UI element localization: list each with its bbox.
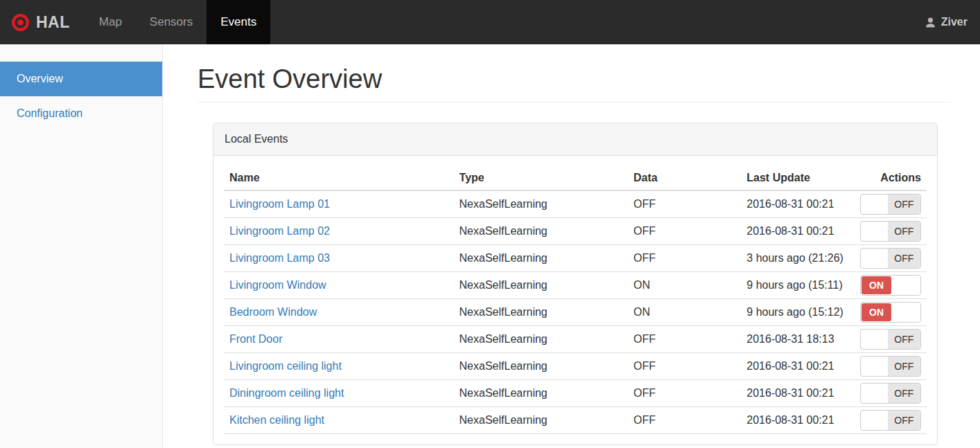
toggle-state-label: OFF xyxy=(888,195,920,214)
tab-map-label: Map xyxy=(99,15,122,29)
toggle-switch[interactable]: OFF xyxy=(860,383,921,404)
events-table: Name Type Data Last Update Actions Livin… xyxy=(224,166,927,434)
tab-events-label: Events xyxy=(220,15,256,29)
event-data: OFF xyxy=(628,244,741,271)
event-last-update: 2016-08-31 00:21 xyxy=(741,379,852,406)
event-name-link[interactable]: Livingroom Lamp 03 xyxy=(229,252,330,264)
event-last-update: 2016-08-31 00:21 xyxy=(741,190,852,217)
event-data: OFF xyxy=(628,379,741,406)
event-name-link[interactable]: Diningroom ceiling light xyxy=(229,387,344,399)
event-data: OFF xyxy=(628,352,741,379)
panel-title: Local Events xyxy=(213,123,937,156)
event-last-update: 2016-08-31 00:21 xyxy=(741,406,852,433)
bullseye-icon xyxy=(11,13,30,32)
event-last-update: 3 hours ago (21:26) xyxy=(741,244,852,271)
tab-sensors[interactable]: Sensors xyxy=(136,0,207,44)
event-name-link[interactable]: Livingroom Lamp 02 xyxy=(229,225,330,237)
brand-label: HAL xyxy=(36,13,70,32)
toggle-state-label: OFF xyxy=(888,222,920,241)
navbar-tabs: Map Sensors Events xyxy=(85,0,270,44)
toggle-state-label: ON xyxy=(861,276,891,294)
event-last-update: 9 hours ago (15:12) xyxy=(741,298,852,325)
column-header-actions: Actions xyxy=(852,166,927,190)
toggle-switch[interactable]: ON xyxy=(860,275,921,296)
table-row: Livingroom Lamp 02 NexaSelfLearning OFF … xyxy=(224,217,927,244)
event-name-link[interactable]: Livingroom ceiling light xyxy=(229,360,342,372)
event-type: NexaSelfLearning xyxy=(454,406,628,433)
toggle-switch[interactable]: ON xyxy=(860,302,921,323)
event-type: NexaSelfLearning xyxy=(454,244,628,271)
table-row: Livingroom ceiling light NexaSelfLearnin… xyxy=(224,352,927,379)
brand[interactable]: HAL xyxy=(0,0,71,44)
toggle-state-label: OFF xyxy=(888,330,920,349)
event-last-update: 2016-08-31 00:21 xyxy=(741,217,852,244)
page-header: Event Overview xyxy=(198,63,952,102)
panel-body: Name Type Data Last Update Actions Livin… xyxy=(213,156,937,445)
table-row: Livingroom Lamp 03 NexaSelfLearning OFF … xyxy=(224,244,927,271)
user-menu[interactable]: Ziver xyxy=(925,0,980,44)
toggle-state-label: ON xyxy=(861,303,891,321)
event-type: NexaSelfLearning xyxy=(454,271,628,298)
toggle-switch[interactable]: OFF xyxy=(860,221,921,242)
toggle-switch[interactable]: OFF xyxy=(860,248,921,269)
top-navbar: HAL Map Sensors Events Ziver xyxy=(0,0,980,44)
event-last-update: 2016-08-31 18:13 xyxy=(741,325,852,352)
event-name-link[interactable]: Livingroom Window xyxy=(229,279,326,291)
sidebar-item-overview[interactable]: Overview xyxy=(0,62,162,96)
event-type: NexaSelfLearning xyxy=(454,217,628,244)
event-name-link[interactable]: Livingroom Lamp 01 xyxy=(229,198,330,210)
event-type: NexaSelfLearning xyxy=(454,298,628,325)
event-data: OFF xyxy=(628,190,741,217)
column-header-name: Name xyxy=(224,166,454,190)
toggle-switch[interactable]: OFF xyxy=(860,410,921,431)
column-header-data: Data xyxy=(628,166,741,190)
event-type: NexaSelfLearning xyxy=(454,325,628,352)
event-type: NexaSelfLearning xyxy=(454,190,628,217)
event-data: OFF xyxy=(628,325,741,352)
sidebar-item-configuration[interactable]: Configuration xyxy=(0,96,162,131)
navbar-spacer xyxy=(270,0,925,44)
local-events-panel: Local Events Name Type Data Last Update … xyxy=(213,123,938,445)
tab-map[interactable]: Map xyxy=(85,0,136,44)
main-content: Event Overview Local Events Name Type Da… xyxy=(163,44,980,448)
toggle-switch[interactable]: OFF xyxy=(860,329,921,350)
tab-events[interactable]: Events xyxy=(207,0,270,44)
event-name-link[interactable]: Kitchen ceiling light xyxy=(229,414,324,426)
table-row: Livingroom Lamp 01 NexaSelfLearning OFF … xyxy=(224,190,927,217)
table-row: Diningroom ceiling light NexaSelfLearnin… xyxy=(224,379,927,406)
event-type: NexaSelfLearning xyxy=(454,352,628,379)
event-data: ON xyxy=(628,298,741,325)
user-name: Ziver xyxy=(941,16,968,28)
event-last-update: 9 hours ago (15:11) xyxy=(741,271,852,298)
page-title: Event Overview xyxy=(198,63,952,95)
table-header-row: Name Type Data Last Update Actions xyxy=(224,166,927,190)
toggle-state-label: OFF xyxy=(888,249,920,268)
event-data: ON xyxy=(628,271,741,298)
table-row: Front Door NexaSelfLearning OFF 2016-08-… xyxy=(224,325,927,352)
toggle-switch[interactable]: OFF xyxy=(860,194,921,215)
table-row: Kitchen ceiling light NexaSelfLearning O… xyxy=(224,406,927,433)
column-header-last-update: Last Update xyxy=(741,166,852,190)
event-last-update: 2016-08-31 00:21 xyxy=(741,352,852,379)
toggle-state-label: OFF xyxy=(888,384,920,403)
event-name-link[interactable]: Front Door xyxy=(229,333,282,345)
column-header-type: Type xyxy=(454,166,628,190)
toggle-state-label: OFF xyxy=(888,357,920,376)
sidebar: Overview Configuration xyxy=(0,44,163,448)
person-icon xyxy=(925,17,936,28)
event-data: OFF xyxy=(628,217,741,244)
table-row: Livingroom Window NexaSelfLearning ON 9 … xyxy=(224,271,927,298)
toggle-switch[interactable]: OFF xyxy=(860,356,921,377)
tab-sensors-label: Sensors xyxy=(150,15,193,29)
event-name-link[interactable]: Bedroom Window xyxy=(229,306,317,318)
event-data: OFF xyxy=(628,406,741,433)
table-row: Bedroom Window NexaSelfLearning ON 9 hou… xyxy=(224,298,927,325)
toggle-state-label: OFF xyxy=(888,411,920,430)
event-type: NexaSelfLearning xyxy=(454,379,628,406)
